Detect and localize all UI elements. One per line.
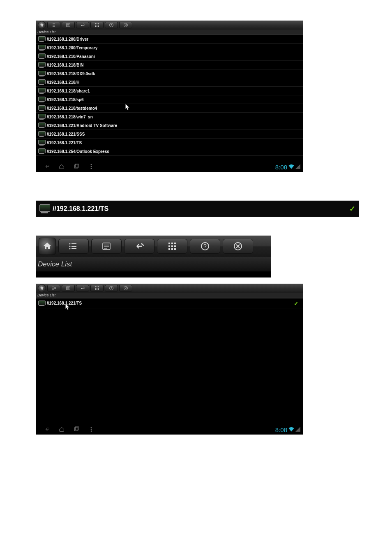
home-icon: [39, 286, 44, 291]
device-icon: [38, 301, 45, 306]
list-item-label: //192.168.1.221/TS: [47, 301, 82, 305]
list-item[interactable]: //192.168.1.218/BIN: [36, 61, 303, 69]
android-navbar: 8:08: [36, 162, 303, 172]
list-item[interactable]: //192.168.1.200/Temporary: [36, 44, 303, 52]
list-item[interactable]: //192.168.1.200/Driver: [36, 35, 303, 44]
svg-rect-5: [97, 23, 97, 24]
close-button[interactable]: [119, 22, 132, 28]
svg-point-20: [91, 168, 92, 169]
list-item-label: //192.168.1.218/H: [47, 80, 80, 85]
svg-rect-26: [171, 243, 173, 244]
check-icon: ✓: [349, 204, 355, 213]
list-item[interactable]: //192.168.1.218/H: [36, 78, 303, 87]
back-icon: [80, 286, 85, 291]
nav-menu-button[interactable]: [88, 426, 95, 434]
list-item[interactable]: //192.168.1.218/testdemo4: [36, 104, 303, 113]
nav-home-button[interactable]: [58, 163, 65, 171]
grid-icon: [95, 286, 99, 291]
help-icon: ?: [200, 241, 210, 251]
help-button[interactable]: ?: [105, 285, 118, 291]
screenshot-filtered-list: ? Device List //192.168.1.221/TS ✓ 8:08: [36, 284, 303, 435]
toolbar: ?: [36, 236, 271, 257]
nav-recent-button[interactable]: [73, 163, 80, 171]
device-icon: [38, 62, 45, 68]
back-button[interactable]: [76, 285, 89, 291]
list-item-label: //192.168.1.218/win7_sn: [47, 115, 93, 119]
detail-button[interactable]: [91, 239, 122, 254]
svg-rect-32: [171, 248, 173, 250]
close-icon: [123, 23, 128, 28]
home-icon: [42, 241, 52, 251]
clock: 8:08: [275, 426, 287, 433]
close-icon: [123, 286, 128, 291]
nav-back-button[interactable]: [44, 426, 50, 434]
detail-button[interactable]: [62, 22, 75, 28]
svg-rect-30: [174, 245, 176, 247]
help-button[interactable]: ?: [105, 22, 118, 28]
list-item[interactable]: //192.168.1.210/Panasoni: [36, 52, 303, 61]
list-item[interactable]: //192.168.1.221/Android TV Software: [36, 121, 303, 130]
home-button[interactable]: [38, 284, 46, 292]
list-item[interactable]: //192.168.1.218/win7_sn: [36, 113, 303, 121]
svg-rect-3: [67, 23, 70, 27]
svg-rect-8: [97, 25, 97, 25]
search-button[interactable]: [47, 285, 60, 291]
list-item-label: //192.168.1.218/BIN: [47, 63, 84, 67]
device-list: //192.168.1.200/Driver //192.168.1.200/T…: [36, 35, 303, 156]
svg-rect-38: [67, 287, 70, 290]
help-icon: ?: [109, 23, 114, 28]
back-button[interactable]: [76, 22, 89, 28]
close-button[interactable]: [119, 285, 132, 291]
grid-button[interactable]: [90, 285, 104, 291]
signal-icon: [295, 164, 300, 170]
list-item[interactable]: //192.168.1.221/TS: [36, 139, 303, 147]
list-item-selected[interactable]: //192.168.1.221/TS ✓: [36, 298, 303, 308]
nav-recent-button[interactable]: [73, 426, 80, 434]
list-item[interactable]: //192.168.1.221/SSS: [36, 130, 303, 139]
grid-button[interactable]: [90, 22, 104, 28]
header-label: Device List: [36, 293, 303, 298]
grid-button[interactable]: [157, 239, 187, 254]
svg-rect-28: [168, 245, 170, 247]
list-item-label: //192.168.1.218/DX9.0sdk: [47, 72, 95, 76]
home-button[interactable]: [39, 238, 56, 255]
nav-home-button[interactable]: [58, 426, 65, 434]
list-item-selected[interactable]: //192.168.1.221/TS ✓: [36, 201, 359, 217]
close-button[interactable]: [223, 239, 253, 254]
list-item-label: //192.168.1.221/TS: [47, 141, 82, 145]
list-item-label: //192.168.1.221/TS: [53, 205, 108, 213]
svg-rect-43: [97, 288, 97, 289]
detail-icon: [66, 286, 71, 291]
svg-text:?: ?: [203, 243, 207, 250]
list-item[interactable]: //192.168.1.254/Outlook Express: [36, 147, 303, 156]
svg-rect-44: [98, 288, 99, 289]
device-icon: [38, 45, 45, 51]
list-item-label: //192.168.1.218/share1: [47, 89, 90, 93]
home-icon: [39, 23, 44, 28]
list-item[interactable]: //192.168.1.218/DX9.0sdk: [36, 69, 303, 78]
list-item[interactable]: //192.168.1.218/share1: [36, 87, 303, 95]
back-button[interactable]: [124, 239, 154, 254]
list-button[interactable]: [47, 22, 60, 28]
list-item[interactable]: //192.168.1.218/sp6: [36, 95, 303, 104]
clock: 8:08: [275, 164, 287, 171]
home-button[interactable]: [38, 21, 46, 29]
back-icon: [80, 23, 85, 28]
list-icon: [51, 23, 56, 28]
svg-rect-6: [98, 23, 99, 24]
nav-menu-button[interactable]: [88, 163, 95, 171]
svg-rect-51: [74, 428, 78, 431]
list-item-label: //192.168.1.210/Panasoni: [47, 54, 95, 59]
screenshot-toolbar-zoom: ? Device List: [36, 236, 271, 278]
detail-button[interactable]: [62, 285, 75, 291]
help-button[interactable]: ?: [190, 239, 220, 254]
nav-back-button[interactable]: [44, 163, 50, 171]
list-button[interactable]: [58, 239, 89, 254]
header-label: Device List: [36, 30, 303, 35]
device-icon: [39, 204, 50, 213]
svg-rect-9: [98, 25, 99, 25]
device-icon: [38, 71, 45, 76]
svg-rect-40: [97, 287, 97, 287]
svg-point-55: [91, 430, 92, 431]
svg-point-37: [54, 287, 56, 289]
